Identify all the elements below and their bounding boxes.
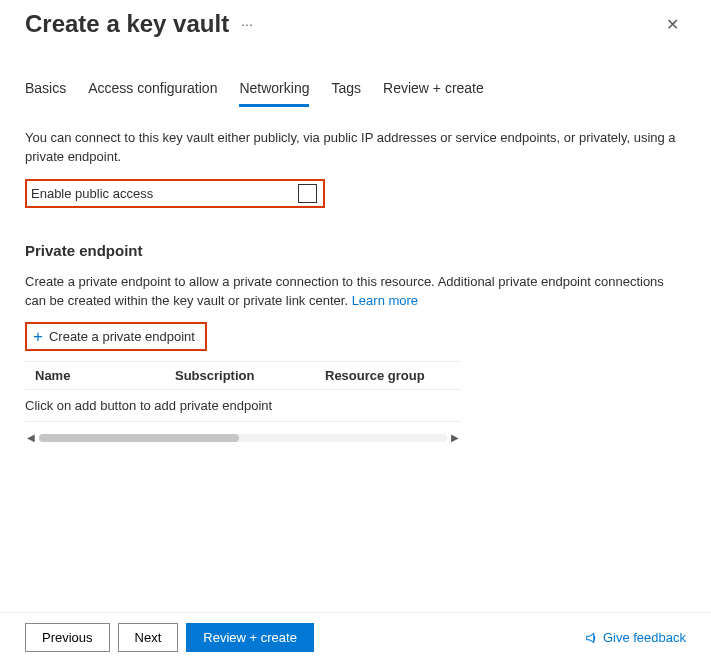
tab-tags[interactable]: Tags	[331, 80, 361, 107]
table-header-row: Name Subscription Resource group	[25, 361, 461, 390]
private-endpoint-heading: Private endpoint	[25, 242, 686, 259]
scroll-left-icon[interactable]: ◀	[25, 432, 37, 443]
page-title: Create a key vault	[25, 10, 229, 38]
tab-networking[interactable]: Networking	[239, 80, 309, 107]
private-endpoint-table: Name Subscription Resource group Click o…	[25, 361, 461, 422]
enable-public-access-label: Enable public access	[31, 186, 153, 201]
scroll-right-icon[interactable]: ▶	[449, 432, 461, 443]
enable-public-access-checkbox[interactable]	[298, 184, 317, 203]
review-create-button[interactable]: Review + create	[186, 623, 314, 652]
more-actions-icon[interactable]: ···	[241, 16, 253, 32]
create-private-endpoint-label: Create a private endpoint	[49, 329, 195, 344]
tab-basics[interactable]: Basics	[25, 80, 66, 107]
col-header-subscription: Subscription	[175, 368, 325, 383]
col-header-resource-group: Resource group	[325, 368, 461, 383]
create-private-endpoint-button[interactable]: + Create a private endpoint	[25, 322, 207, 351]
megaphone-icon	[585, 631, 599, 645]
give-feedback-link[interactable]: Give feedback	[585, 630, 686, 645]
scroll-rail[interactable]	[39, 434, 447, 442]
private-endpoint-description: Create a private endpoint to allow a pri…	[25, 273, 686, 311]
next-button[interactable]: Next	[118, 623, 179, 652]
give-feedback-label: Give feedback	[603, 630, 686, 645]
tab-content-networking: You can connect to this key vault either…	[0, 107, 711, 443]
tab-access-configuration[interactable]: Access configuration	[88, 80, 217, 107]
horizontal-scrollbar[interactable]: ◀ ▶	[25, 432, 461, 443]
table-empty-row: Click on add button to add private endpo…	[25, 390, 461, 422]
close-icon[interactable]: ✕	[658, 11, 687, 38]
tab-review-create[interactable]: Review + create	[383, 80, 484, 107]
enable-public-access-row: Enable public access	[25, 179, 325, 208]
panel-header: Create a key vault ··· ✕	[0, 0, 711, 38]
private-endpoint-desc-text: Create a private endpoint to allow a pri…	[25, 274, 664, 308]
col-header-name: Name	[25, 368, 175, 383]
previous-button[interactable]: Previous	[25, 623, 110, 652]
plus-icon: +	[33, 328, 43, 345]
wizard-tabs: Basics Access configuration Networking T…	[0, 80, 711, 107]
wizard-footer: Previous Next Review + create Give feedb…	[0, 612, 711, 662]
networking-intro-text: You can connect to this key vault either…	[25, 129, 686, 167]
learn-more-link[interactable]: Learn more	[352, 293, 418, 308]
scroll-thumb[interactable]	[39, 434, 239, 442]
